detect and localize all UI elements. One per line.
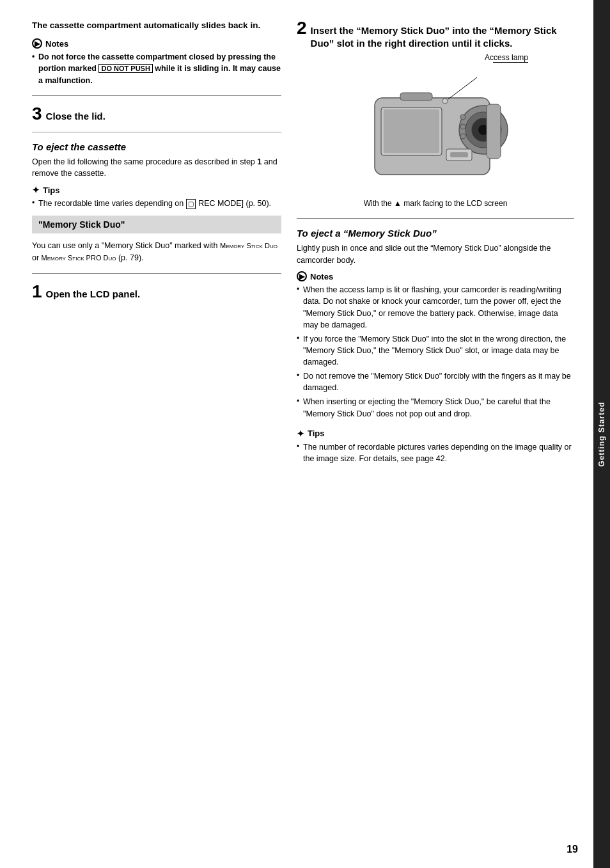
left-notes-section: ▶ Notes Do not force the cassette compar…	[32, 38, 281, 86]
svg-rect-7	[400, 93, 432, 100]
left-notes-header: ▶ Notes	[32, 38, 281, 49]
memory-stick-box: "Memory Stick Duo"	[32, 216, 281, 233]
svg-point-11	[460, 124, 465, 129]
step2-heading: 2 Insert the “Memory Stick Duo” into the…	[297, 19, 574, 49]
do-not-push-label: DO NOT PUSH	[98, 64, 152, 73]
eject-cassette-section: To eject the cassette Open the lid follo…	[32, 141, 281, 180]
rec-mode-icon: ▢	[186, 199, 196, 210]
right-tips-section: ✦ Tips The number of recordable pictures…	[297, 429, 574, 464]
tips-label-right: Tips	[308, 429, 325, 438]
right-notes-section: ▶ Notes When the access lamp is lit or f…	[297, 271, 574, 419]
memory-stick-logo2: Memory Stick PRO Duo	[42, 254, 116, 262]
right-note-item-4: When inserting or ejecting the "Memory S…	[297, 396, 574, 419]
notes-label: Notes	[45, 39, 68, 49]
step1-text: Open the LCD panel.	[46, 288, 141, 301]
svg-rect-8	[487, 104, 501, 159]
divider-1	[32, 95, 281, 96]
tips-icon-right: ✦	[297, 429, 304, 439]
svg-point-14	[442, 99, 448, 104]
step3-number: 3	[32, 105, 42, 123]
eject-cassette-body: Open the lid following the same procedur…	[32, 156, 281, 180]
step3-text: Close the lid.	[46, 110, 106, 123]
eject-memory-stick-section: To eject a “Memory Stick Duo” Lightly pu…	[297, 228, 574, 267]
right-note-item-2: If you force the "Memory Stick Duo" into…	[297, 333, 574, 368]
step3-heading: 3 Close the lid.	[32, 105, 281, 123]
access-lamp-line	[493, 62, 528, 63]
svg-line-15	[448, 77, 477, 99]
divider-3	[32, 273, 281, 274]
right-tips-list: The number of recordable pictures varies…	[297, 441, 574, 464]
camera-svg	[336, 66, 528, 194]
page-number: 19	[567, 844, 578, 855]
camera-caption: With the ▲ mark facing to the LCD screen	[297, 198, 574, 209]
left-tips-list: The recordable time varies depending on …	[32, 198, 281, 209]
tips-label-left: Tips	[43, 185, 60, 195]
eject-cassette-heading: To eject the cassette	[32, 141, 281, 152]
svg-rect-6	[384, 109, 439, 153]
access-lamp-label: Access lamp	[485, 53, 528, 62]
right-notes-list: When the access lamp is lit or flashing,…	[297, 284, 574, 419]
step2-text: Insert the “Memory Stick Duo” into the “…	[311, 24, 574, 49]
right-tip-item-1: The number of recordable pictures varies…	[297, 441, 574, 464]
camera-illustration-wrap: Access lamp	[297, 53, 574, 196]
right-note-item-1: When the access lamp is lit or flashing,…	[297, 284, 574, 331]
svg-point-12	[460, 134, 465, 139]
notes-icon: ▶	[32, 38, 42, 49]
memory-stick-body: You can use only a "Memory Stick Duo" ma…	[32, 240, 281, 264]
notes-icon-right: ▶	[297, 271, 307, 281]
memory-stick-box-label: "Memory Stick Duo"	[38, 219, 125, 230]
left-tips-header: ✦ Tips	[32, 185, 281, 195]
side-tab-label: Getting Started	[597, 402, 606, 467]
svg-point-13	[460, 114, 465, 120]
svg-rect-10	[450, 152, 468, 157]
left-tip-item-1: The recordable time varies depending on …	[32, 198, 281, 209]
right-tips-header: ✦ Tips	[297, 429, 574, 439]
divider-2	[32, 132, 281, 132]
step2-number: 2	[297, 19, 307, 37]
eject-memory-stick-heading: To eject a “Memory Stick Duo”	[297, 228, 574, 239]
left-note-item-1: Do not force the cassette compartment cl…	[32, 51, 281, 86]
right-note-item-3: Do not remove the "Memory Stick Duo" for…	[297, 370, 574, 393]
left-notes-list: Do not force the cassette compartment cl…	[32, 51, 281, 86]
right-notes-header: ▶ Notes	[297, 271, 574, 281]
step1-number: 1	[32, 283, 42, 301]
notes-label-right: Notes	[310, 272, 333, 281]
memory-stick-logo1: Memory Stick Duo	[220, 242, 278, 249]
tips-icon-left: ✦	[32, 185, 40, 195]
intro-bold: The cassette compartment automatically s…	[32, 19, 281, 32]
eject-memory-stick-body: Lightly push in once and slide out the “…	[297, 242, 574, 267]
step1-heading: 1 Open the LCD panel.	[32, 283, 281, 301]
divider-right-1	[297, 218, 574, 219]
left-tips-section: ✦ Tips The recordable time varies depend…	[32, 185, 281, 209]
side-tab: Getting Started	[593, 0, 610, 868]
